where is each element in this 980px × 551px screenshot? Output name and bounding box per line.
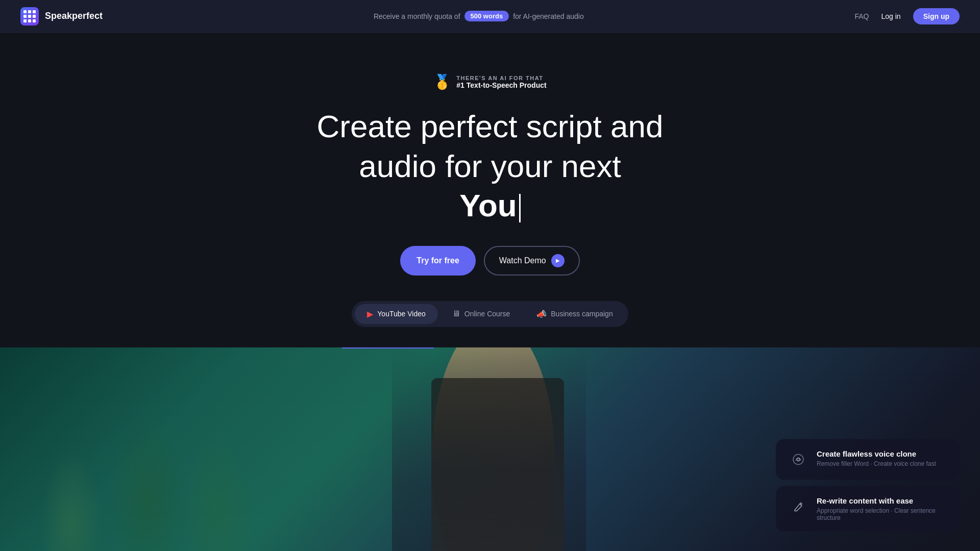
login-button[interactable]: Log in — [881, 12, 901, 20]
feature-cards: Create flawless voice clone Remove fille… — [776, 439, 960, 531]
award-text-group: THERE'S AN AI FOR THAT #1 Text-to-Speech… — [456, 75, 546, 89]
content-tabs: ▶ YouTube Video 🖥 Online Course 📣 Busine… — [352, 301, 628, 327]
rewrite-desc: Appropriate word selection · Clear sente… — [817, 507, 947, 521]
course-tab-icon: 🖥 — [452, 309, 460, 318]
text-cursor — [519, 194, 521, 222]
play-icon: ▶ — [551, 254, 565, 267]
plant-decor-3 — [179, 424, 255, 552]
nav-logo-group: Speakperfect — [20, 7, 103, 26]
tab-campaign[interactable]: 📣 Business campaign — [524, 304, 625, 324]
tab-youtube[interactable]: ▶ YouTube Video — [355, 304, 437, 324]
faq-link[interactable]: FAQ — [854, 12, 869, 20]
announcement-prefix: Receive a monthly quota of — [374, 12, 460, 20]
hero-section: 🥇 THERE'S AN AI FOR THAT #1 Text-to-Spee… — [0, 33, 980, 347]
try-free-button[interactable]: Try for free — [400, 246, 476, 276]
announcement-badge: 500 words — [464, 11, 509, 21]
announcement-suffix: for AI-generated audio — [513, 12, 584, 20]
content-area: Create flawless voice clone Remove fille… — [0, 347, 980, 552]
youtube-tab-icon: ▶ — [367, 309, 373, 319]
voice-clone-card: Create flawless voice clone Remove fille… — [776, 439, 960, 480]
campaign-tab-label: Business campaign — [551, 310, 612, 318]
voice-clone-icon — [788, 449, 808, 469]
watch-demo-label: Watch Demo — [499, 256, 546, 265]
hero-heading-line1: Create perfect script and — [317, 109, 664, 144]
tab-progress-bar — [342, 347, 434, 348]
hero-heading-line2: audio for your next — [359, 148, 621, 184]
hero-heading: Create perfect script and audio for your… — [317, 107, 664, 226]
nav-actions: FAQ Log in Sign up — [854, 8, 960, 24]
watch-demo-button[interactable]: Watch Demo ▶ — [484, 246, 580, 276]
award-medal-icon: 🥇 — [433, 73, 451, 90]
campaign-tab-icon: 📣 — [536, 309, 547, 319]
youtube-tab-label: YouTube Video — [377, 310, 425, 318]
tab-course[interactable]: 🖥 Online Course — [440, 304, 523, 324]
logo-text: Speakperfect — [45, 11, 103, 21]
svg-point-0 — [793, 454, 803, 464]
hero-buttons: Try for free Watch Demo ▶ — [400, 246, 579, 276]
chair-back — [431, 378, 564, 552]
award-title: #1 Text-to-Speech Product — [456, 81, 546, 89]
signup-button[interactable]: Sign up — [913, 8, 960, 24]
voice-clone-desc: Remove filler Word · Create voice clone … — [817, 460, 947, 467]
logo-icon — [20, 7, 39, 26]
progress-container — [0, 347, 980, 348]
award-badge: 🥇 THERE'S AN AI FOR THAT #1 Text-to-Spee… — [433, 73, 546, 90]
navbar: Speakperfect Receive a monthly quota of … — [0, 0, 980, 33]
rewrite-card: Re-write content with ease Appropriate w… — [776, 486, 960, 531]
award-subtitle: THERE'S AN AI FOR THAT — [456, 75, 546, 81]
course-tab-label: Online Course — [464, 310, 510, 318]
voice-clone-title: Create flawless voice clone — [817, 449, 947, 458]
plant-decor-1 — [41, 449, 102, 552]
nav-announcement: Receive a monthly quota of 500 words for… — [374, 11, 584, 21]
voice-clone-content: Create flawless voice clone Remove fille… — [817, 449, 947, 467]
hero-heading-line3: You — [459, 188, 517, 223]
rewrite-content: Re-write content with ease Appropriate w… — [817, 496, 947, 521]
rewrite-icon — [788, 496, 808, 516]
rewrite-title: Re-write content with ease — [817, 496, 947, 505]
